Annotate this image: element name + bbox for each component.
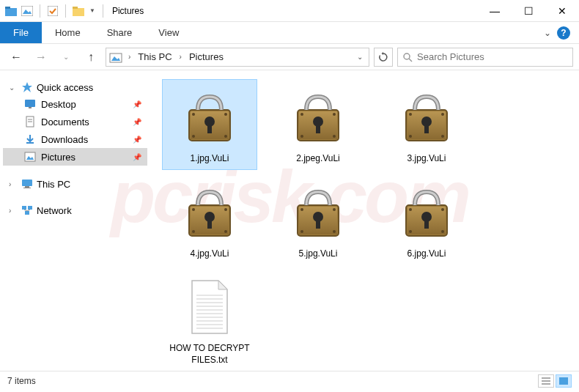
file-tile[interactable]: 4.jpg.VuLi: [162, 174, 257, 265]
svg-rect-6: [73, 7, 78, 9]
file-name: 2.jpeg.VuLi: [296, 153, 340, 165]
svg-rect-0: [5, 8, 17, 16]
file-tile[interactable]: 5.jpg.VuLi: [270, 174, 366, 265]
pin-icon: 📌: [133, 153, 141, 161]
chevron-down-icon[interactable]: ⌄: [544, 28, 551, 38]
sidebar-item-label: Pictures: [41, 152, 75, 163]
svg-point-32: [224, 113, 227, 116]
this-pc-header[interactable]: › This PC: [3, 176, 147, 192]
svg-point-55: [192, 208, 195, 211]
lock-icon: [281, 84, 355, 150]
sidebar-item-downloads[interactable]: Downloads 📌: [3, 130, 147, 148]
svg-point-10: [404, 53, 410, 59]
svg-point-64: [333, 208, 336, 211]
back-button[interactable]: ←: [6, 47, 26, 67]
file-name: 4.jpg.VuLi: [191, 248, 229, 260]
svg-rect-60: [207, 218, 212, 229]
svg-point-39: [300, 113, 303, 116]
close-button[interactable]: ✕: [545, 0, 579, 22]
file-tile[interactable]: 6.jpg.VuLi: [379, 174, 474, 265]
svg-rect-76: [424, 218, 429, 229]
main-area: ⌄ Quick access Desktop 📌 Documents 📌 Dow…: [0, 70, 579, 371]
chevron-right-icon[interactable]: ›: [128, 53, 130, 61]
svg-rect-25: [28, 206, 32, 210]
separator: [65, 4, 66, 18]
address-bar[interactable]: › This PC › Pictures ⌄: [106, 48, 369, 67]
tab-view[interactable]: View: [145, 22, 192, 43]
svg-point-34: [224, 135, 227, 138]
file-name: HOW TO DECRYPT FILES.txt: [169, 343, 250, 366]
file-list[interactable]: 1.jpg.VuLi 2.jpeg.VuLi 3.jpg.VuLi: [150, 70, 579, 371]
recent-locations-dropdown[interactable]: ⌄: [56, 47, 76, 67]
svg-point-66: [333, 230, 336, 233]
this-pc-label: This PC: [37, 179, 70, 190]
network-header[interactable]: › Network: [3, 202, 147, 218]
svg-point-49: [409, 135, 412, 138]
file-tile[interactable]: 1.jpg.VuLi: [162, 79, 257, 170]
tab-share[interactable]: Share: [94, 22, 146, 43]
up-button[interactable]: ↑: [81, 47, 101, 67]
window-controls: — ☐ ✕: [478, 0, 579, 22]
search-input[interactable]: [417, 51, 568, 62]
search-box[interactable]: [397, 48, 573, 67]
pictures-icon: [109, 51, 122, 63]
lock-icon: [390, 84, 463, 150]
svg-rect-90: [559, 377, 568, 385]
file-tile[interactable]: 2.jpeg.VuLi: [270, 79, 366, 170]
maximize-button[interactable]: ☐: [512, 0, 545, 22]
file-tile[interactable]: HOW TO DECRYPT FILES.txt: [162, 269, 257, 371]
breadcrumb-pictures[interactable]: Pictures: [188, 51, 225, 62]
tab-home[interactable]: Home: [42, 22, 94, 43]
sidebar-item-label: Desktop: [41, 99, 76, 110]
this-pc-icon: [21, 178, 34, 190]
downloads-icon: [23, 133, 37, 145]
help-icon[interactable]: ?: [557, 26, 570, 40]
svg-point-31: [192, 113, 195, 116]
svg-rect-19: [25, 152, 35, 161]
quick-access-label: Quick access: [37, 82, 93, 93]
sidebar-item-label: Downloads: [41, 134, 88, 145]
picture-icon: [21, 4, 34, 18]
window-title: Pictures: [112, 6, 144, 16]
address-dropdown-icon[interactable]: ⌄: [354, 53, 366, 61]
desktop-icon: [23, 98, 37, 110]
title-bar: ▼ Pictures — ☐ ✕: [0, 0, 579, 22]
text-file-icon: [173, 274, 246, 340]
svg-point-47: [409, 113, 412, 116]
svg-rect-21: [22, 180, 32, 186]
svg-point-57: [192, 230, 195, 233]
large-icons-view-button[interactable]: [556, 374, 572, 388]
file-tile[interactable]: 3.jpg.VuLi: [379, 79, 474, 170]
svg-point-74: [441, 230, 444, 233]
file-name: 5.jpg.VuLi: [299, 248, 338, 260]
svg-rect-5: [73, 8, 84, 16]
breadcrumb-this-pc[interactable]: This PC: [136, 51, 173, 62]
network-icon: [21, 204, 34, 216]
sidebar-item-desktop[interactable]: Desktop 📌: [3, 95, 147, 113]
svg-line-27: [24, 210, 27, 211]
pin-icon: 📌: [133, 118, 141, 126]
svg-rect-4: [48, 6, 58, 16]
star-icon: [21, 81, 34, 93]
minimize-button[interactable]: —: [478, 0, 512, 22]
network-label: Network: [37, 205, 72, 216]
details-view-button[interactable]: [538, 374, 554, 388]
svg-point-63: [300, 208, 303, 211]
nav-bar: ← → ⌄ ↑ › This PC › Pictures ⌄: [0, 44, 579, 70]
qat-dropdown-icon[interactable]: ▼: [89, 7, 95, 14]
svg-rect-26: [25, 211, 29, 215]
chevron-down-icon: ⌄: [9, 84, 18, 92]
chevron-right-icon[interactable]: ›: [180, 53, 182, 61]
sidebar-item-documents[interactable]: Documents 📌: [3, 113, 147, 130]
svg-point-71: [409, 208, 412, 211]
svg-rect-22: [25, 186, 29, 188]
checkbox-icon[interactable]: [46, 4, 59, 18]
file-explorer-icon[interactable]: [72, 4, 85, 18]
svg-point-73: [409, 230, 412, 233]
file-name: 1.jpg.VuLi: [191, 153, 229, 165]
navigation-pane: ⌄ Quick access Desktop 📌 Documents 📌 Dow…: [0, 70, 150, 371]
file-tab[interactable]: File: [0, 22, 42, 43]
sidebar-item-pictures[interactable]: Pictures 📌: [3, 148, 147, 166]
quick-access-header[interactable]: ⌄ Quick access: [3, 79, 147, 95]
refresh-button[interactable]: [374, 48, 393, 67]
